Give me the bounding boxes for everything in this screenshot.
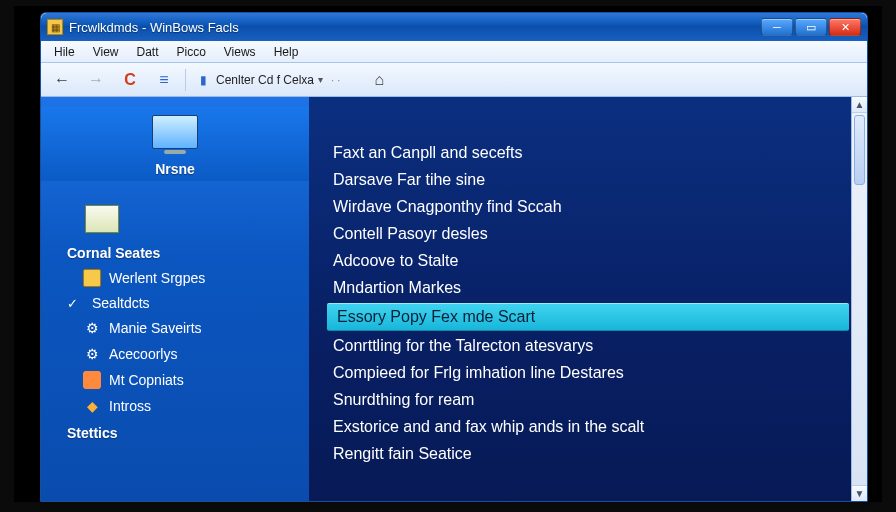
sidebar-header: Nrsne xyxy=(41,107,309,181)
minimize-button[interactable]: ─ xyxy=(761,18,793,36)
app-icon: ▦ xyxy=(47,19,63,35)
arrow-left-icon: ← xyxy=(54,71,70,89)
refresh-icon: C xyxy=(124,71,136,89)
scrollbar[interactable]: ▲ ▼ xyxy=(851,97,867,501)
menu-item[interactable]: Help xyxy=(267,43,306,61)
titlebar: ▦ Frcwlkdmds - WinBows Facls ─ ▭ ✕ xyxy=(41,13,867,41)
home-icon: ⌂ xyxy=(374,71,384,89)
toolbar-dots: · · xyxy=(331,74,340,86)
sidebar-item[interactable]: Werlent Srgpes xyxy=(41,265,309,291)
list-item[interactable]: Contell Pasoyr desles xyxy=(327,221,849,247)
sidebar: Nrsne Cornal Seates Werlent Srgpes Sealt… xyxy=(41,97,309,501)
maximize-icon: ▭ xyxy=(806,22,816,33)
sidebar-item[interactable]: Sealtdcts xyxy=(41,291,309,315)
app-window: ▦ Frcwlkdmds - WinBows Facls ─ ▭ ✕ Hile … xyxy=(40,12,868,502)
scroll-up-button[interactable]: ▲ xyxy=(852,97,867,113)
sidebar-item[interactable]: ⚙ Acecoorlys xyxy=(41,341,309,367)
list-item[interactable]: Rengitt fain Seatice xyxy=(327,441,849,467)
sidebar-item-label: Acecoorlys xyxy=(109,346,177,362)
app-icon xyxy=(83,371,101,389)
list-item[interactable]: Conrttling for the Talrecton atesvarys xyxy=(327,333,849,359)
sidebar-item[interactable]: Mt Copniats xyxy=(41,367,309,393)
arrow-right-icon: → xyxy=(88,71,104,89)
scroll-thumb[interactable] xyxy=(854,115,865,185)
toolbar: ← → C ≡ ▮ Cenlter Cd f Celxa ▾ · · ⌂ xyxy=(41,63,867,97)
toolbar-separator xyxy=(185,69,186,91)
list-item[interactable]: Wirdave Cnagponthy find Sccah xyxy=(327,194,849,220)
computer-icon xyxy=(152,115,198,149)
list-item[interactable]: Exstorice and and fax whip ands in the s… xyxy=(327,414,849,440)
chevron-down-icon: ▾ xyxy=(318,74,323,85)
list-item[interactable]: Snurdthing for ream xyxy=(327,387,849,413)
list-item[interactable]: Essory Popy Fex mde Scart xyxy=(327,303,849,331)
forward-button[interactable]: → xyxy=(83,67,109,93)
address-label: Cenlter Cd f Celxa xyxy=(216,73,314,87)
minimize-icon: ─ xyxy=(773,22,781,33)
sidebar-item-label: Intross xyxy=(109,398,151,414)
shield-icon: ◆ xyxy=(83,397,101,415)
list-icon: ≡ xyxy=(159,71,168,89)
menu-item[interactable]: Views xyxy=(217,43,263,61)
window-controls: ─ ▭ ✕ xyxy=(761,18,861,36)
sidebar-item-label: Manie Saveirts xyxy=(109,320,202,336)
main-panel: Faxt an Canpll and seceftsDarsave Far ti… xyxy=(309,97,867,501)
note-icon xyxy=(85,205,119,233)
list-item[interactable]: Faxt an Canpll and secefts xyxy=(327,140,849,166)
sidebar-group: Cornal Seates Werlent Srgpes Sealtdcts ⚙… xyxy=(41,195,309,441)
sidebar-item-label: Werlent Srgpes xyxy=(109,270,205,286)
main-list: Faxt an Canpll and seceftsDarsave Far ti… xyxy=(309,97,867,478)
close-icon: ✕ xyxy=(841,22,850,33)
gear-icon: ⚙ xyxy=(83,345,101,363)
sidebar-item-label: Sealtdcts xyxy=(92,295,150,311)
gear-icon: ⚙ xyxy=(83,319,101,337)
sidebar-item[interactable]: ⚙ Manie Saveirts xyxy=(41,315,309,341)
sidebar-heading: Cornal Seates xyxy=(67,245,309,261)
list-item[interactable]: Darsave Far tihe sine xyxy=(327,167,849,193)
client-area: Nrsne Cornal Seates Werlent Srgpes Sealt… xyxy=(41,97,867,501)
back-button[interactable]: ← xyxy=(49,67,75,93)
menu-bar: Hile View Datt Picco Views Help xyxy=(41,41,867,63)
scroll-down-button[interactable]: ▼ xyxy=(852,485,867,501)
menu-item[interactable]: View xyxy=(86,43,126,61)
address-combo[interactable]: ▮ Cenlter Cd f Celxa ▾ xyxy=(194,71,323,89)
menu-item[interactable]: Hile xyxy=(47,43,82,61)
sidebar-top-label: Nrsne xyxy=(155,161,195,177)
list-item[interactable]: Compieed for Frlg imhation line Destares xyxy=(327,360,849,386)
folder-icon xyxy=(83,269,101,287)
home-button[interactable]: ⌂ xyxy=(366,67,392,93)
sidebar-heading: Stettics xyxy=(67,425,309,441)
window-title: Frcwlkdmds - WinBows Facls xyxy=(69,20,239,35)
refresh-button[interactable]: C xyxy=(117,67,143,93)
view-list-button[interactable]: ≡ xyxy=(151,67,177,93)
sidebar-item-label: Mt Copniats xyxy=(109,372,184,388)
maximize-button[interactable]: ▭ xyxy=(795,18,827,36)
folder-icon: ▮ xyxy=(194,71,212,89)
menu-item[interactable]: Datt xyxy=(129,43,165,61)
menu-item[interactable]: Picco xyxy=(169,43,212,61)
list-item[interactable]: Adcoove to Stalte xyxy=(327,248,849,274)
sidebar-item[interactable]: ◆ Intross xyxy=(41,393,309,419)
close-button[interactable]: ✕ xyxy=(829,18,861,36)
monitor-bezel: ▦ Frcwlkdmds - WinBows Facls ─ ▭ ✕ Hile … xyxy=(0,0,896,512)
list-item[interactable]: Mndartion Markes xyxy=(327,275,849,301)
